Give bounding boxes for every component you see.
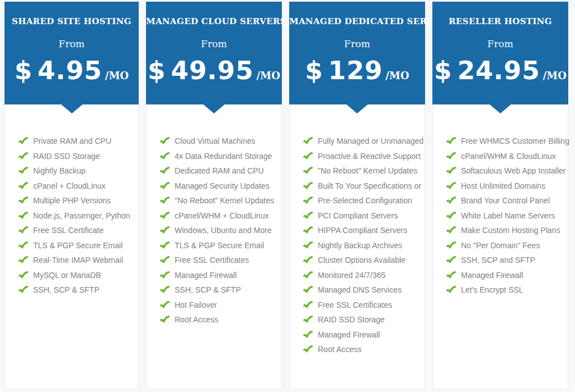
feature-item: SSH, SCP & SFTP [19,282,135,298]
price-amount: 4.95 [38,56,102,85]
check-icon [303,152,313,160]
feature-label: Built To Your Specifications or [318,181,421,190]
feature-label: "No Reboot" Kernel Updates [318,166,417,175]
feature-item: Fully Managed or Unmanaged [303,134,421,149]
feature-item: Windows, Ubuntu and More [160,223,278,238]
feature-label: TLS & PGP Secure Email [33,241,122,250]
feature-label: Let's Encrypt SSL [461,285,523,294]
check-icon [160,152,170,160]
pricing-table: SHARED SITE HOSTING From $4.95/MO Privat… [0,0,575,392]
check-icon [446,197,456,204]
feature-item: Nightly Backup [19,163,135,179]
feature-label: SSH, SCP & SFTP [33,285,99,294]
feature-item: No "Per Domain" Fees [446,238,564,253]
plan-title: MANAGED DEDICATED SERVERS [289,2,425,27]
feature-label: Nightly Backup [33,166,85,175]
feature-label: 4x Data Redundant Storage [175,152,272,161]
check-icon [160,316,170,323]
feature-label: HIPPA Compliant Servers [318,226,407,235]
feature-item: "No Reboot" Kernel Updates [160,193,278,208]
feature-item: Hot Failover [160,298,278,313]
check-icon [303,316,313,323]
feature-label: Node.js, Passenger, Python [33,211,130,220]
feature-item: Cloud Virtual Machines [160,134,278,149]
check-icon [303,286,313,294]
check-icon [160,137,170,145]
plan-header[interactable]: MANAGED CLOUD SERVERS From $49.95/MO [146,2,282,104]
feature-label: Cloud Virtual Machines [175,136,255,145]
check-icon [19,137,28,145]
plan-header[interactable]: MANAGED DEDICATED SERVERS From $129/MO [289,2,425,104]
check-icon [303,226,313,234]
check-icon [160,182,170,190]
plan-card[interactable]: MANAGED DEDICATED SERVERS From $129/MO F… [289,2,425,389]
feature-label: RAID SSD Storage [318,315,385,324]
price-period: /MO [105,70,129,81]
feature-label: Windows, Ubuntu and More [175,226,272,235]
feature-item: Root Access [160,312,278,327]
check-icon [303,256,313,264]
feature-label: No "Per Domain" Fees [461,241,540,250]
feature-label: MySQL or MariaDB [33,271,101,280]
check-icon [303,271,313,279]
feature-label: SSH, SCP & SFTP [175,285,241,294]
feature-item: Multiple PHP Versions [19,193,135,208]
check-icon [19,256,28,264]
feature-label: cPanel + CloudLinux [33,181,106,190]
plan-card[interactable]: SHARED SITE HOSTING From $4.95/MO Privat… [4,2,139,389]
check-icon [160,256,170,264]
feature-label: White Label Name Servers [461,211,555,220]
check-icon [19,152,28,160]
check-icon [303,182,313,190]
feature-label: cPanel/WHM & CloudLinux [461,152,556,161]
feature-item: SSH, SCP and SFTP [446,253,564,268]
check-icon [446,152,456,160]
check-icon [303,301,313,309]
feature-label: Root Access [175,315,218,324]
feature-label: Dedicated RAM and CPU [175,166,264,175]
currency-symbol: $ [15,56,33,85]
plan-price: $4.95/MO [4,57,139,89]
plan-title: MANAGED CLOUD SERVERS [146,2,282,27]
check-icon [19,167,28,175]
feature-item: Host Unlimited Domains [446,179,564,194]
plan-card[interactable]: RESELLER HOSTING From $24.95/MO Free WHM… [432,2,568,389]
plan-title: SHARED SITE HOSTING [4,2,139,27]
check-icon [446,271,456,279]
feature-item: Managed Firewall [303,327,421,343]
feature-item: Free WHMCS Customer Billing [446,134,564,149]
plan-header[interactable]: RESELLER HOSTING From $24.95/MO [432,2,568,104]
feature-item: Real-Time IMAP Webmail [19,253,135,268]
arrow-down-pointer [203,104,225,113]
feature-item: HIPPA Compliant Servers [303,223,421,238]
feature-label: Managed Security Updates [175,181,270,190]
feature-label: RAID SSD Storage [33,152,100,161]
check-icon [160,167,170,175]
feature-label: Proactive & Reactive Support [318,152,421,161]
feature-label: Free SSL Certificates [175,256,249,265]
check-icon [19,286,28,294]
check-icon [303,241,313,249]
check-icon [446,167,456,175]
feature-label: Host Unlimited Domains [461,181,545,190]
check-icon [303,331,313,339]
plan-title: RESELLER HOSTING [432,2,568,27]
feature-item: SSH, SCP & SFTP [160,282,278,298]
feature-list: Cloud Virtual Machines4x Data Redundant … [147,104,281,327]
check-icon [446,182,456,190]
plan-from-label: From [432,39,568,49]
check-icon [19,212,28,220]
feature-label: "No Reboot" Kernel Updates [175,196,274,205]
feature-item: Free SSL Certificates [160,253,278,268]
feature-item: Managed Security Updates [160,179,278,194]
feature-item: Root Access [303,342,421,357]
feature-item: Free SSL Certificate [19,223,135,238]
price-amount: 49.95 [171,56,253,85]
feature-label: Monitored 24/7/365 [318,271,386,280]
feature-list: Private RAM and CPURAID SSD StorageNight… [5,104,138,298]
feature-item: MySQL or MariaDB [19,268,135,283]
plan-header[interactable]: SHARED SITE HOSTING From $4.95/MO [4,2,139,104]
check-icon [446,241,456,249]
plan-card[interactable]: MANAGED CLOUD SERVERS From $49.95/MO Clo… [146,2,282,389]
feature-label: Softaculous Web App Installer [461,166,566,175]
